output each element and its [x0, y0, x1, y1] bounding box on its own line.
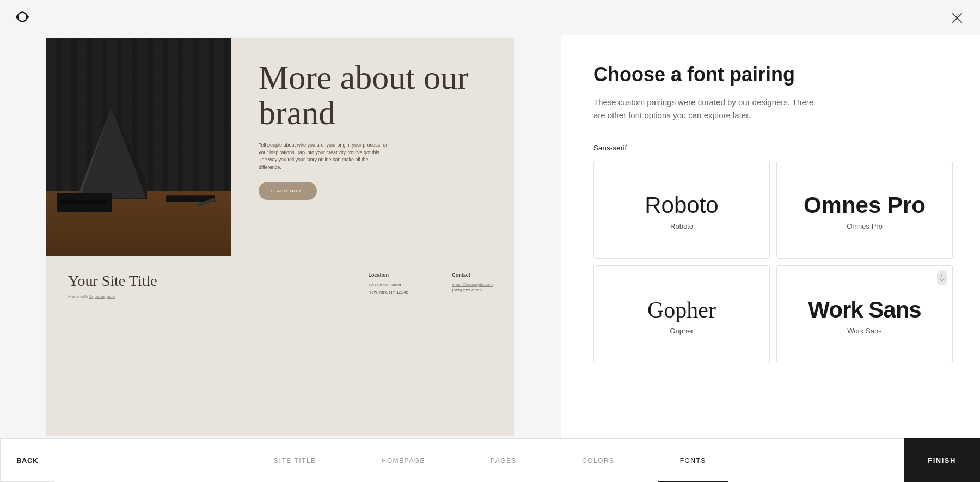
font-card-work-sans[interactable]: Work Sans Work Sans: [776, 265, 953, 363]
site-preview: More about our brand Tell people about w…: [46, 38, 514, 436]
panel-title: Choose a font pairing: [593, 63, 953, 86]
finish-button[interactable]: FINISH: [904, 438, 980, 482]
preview-body-text: Tell people about who you are, your orig…: [259, 142, 389, 171]
font-grid: Roboto Roboto Omnes Pro Omnes Pro Gopher…: [593, 161, 953, 363]
svg-marker-4: [76, 106, 147, 199]
font-label-gopher: Gopher: [670, 327, 693, 335]
preview-col-location: Location 123 Demo Street New York, NY 12…: [369, 272, 409, 296]
preview-headline: More about our brand: [259, 60, 487, 131]
preview-columns: Location 123 Demo Street New York, NY 12…: [369, 272, 493, 296]
preview-top: More about our brand Tell people about w…: [46, 38, 514, 256]
preview-cta-button: LEARN MORE: [259, 182, 317, 200]
font-display-roboto: Roboto: [645, 194, 718, 217]
nav-step-site-title[interactable]: SITE TITLE: [241, 439, 348, 483]
close-button[interactable]: [947, 8, 967, 28]
preview-footer: Your Site Title Made with Squarespace Lo…: [46, 256, 514, 315]
font-label-work-sans: Work Sans: [847, 327, 881, 335]
header: [0, 0, 980, 35]
preview-image: [46, 38, 231, 256]
font-display-gopher: Gopher: [647, 298, 716, 321]
section-label: Sans-serif: [593, 144, 953, 152]
nav-step-fonts[interactable]: FONTS: [647, 439, 739, 483]
nav-step-homepage[interactable]: HOMEPAGE: [349, 439, 458, 483]
font-card-omnes-pro[interactable]: Omnes Pro Omnes Pro: [776, 161, 953, 259]
nav-steps: SITE TITLE HOMEPAGE PAGES COLORS FONTS: [241, 439, 739, 483]
font-label-roboto: Roboto: [670, 222, 693, 230]
panel-subtitle: These custom pairings were curated by ou…: [593, 96, 822, 122]
font-label-omnes-pro: Omnes Pro: [847, 222, 883, 230]
preview-site-title: Your Site Title: [68, 272, 369, 290]
font-display-work-sans: Work Sans: [808, 298, 921, 321]
squarespace-logo: [13, 8, 32, 28]
site-title-area: Your Site Title Made with Squarespace: [68, 272, 369, 299]
back-button[interactable]: BACK: [0, 438, 54, 482]
main-content: More about our brand Tell people about w…: [0, 35, 980, 438]
right-panel: Choose a font pairing These custom pairi…: [561, 35, 980, 438]
font-card-gopher[interactable]: Gopher Gopher: [593, 265, 770, 363]
preview-col-contact: Contact email@example.com (555) 555-5555: [452, 272, 493, 296]
nav-step-colors[interactable]: COLORS: [549, 439, 647, 483]
preview-made-with: Made with Squarespace: [68, 294, 369, 299]
preview-panel: More about our brand Tell people about w…: [0, 35, 561, 438]
nav-step-pages[interactable]: PAGES: [458, 439, 549, 483]
preview-text-area: More about our brand Tell people about w…: [231, 38, 514, 256]
footer-nav: BACK SITE TITLE HOMEPAGE PAGES COLORS FO…: [0, 438, 980, 482]
font-card-roboto[interactable]: Roboto Roboto: [593, 161, 770, 259]
font-display-omnes-pro: Omnes Pro: [804, 194, 926, 217]
